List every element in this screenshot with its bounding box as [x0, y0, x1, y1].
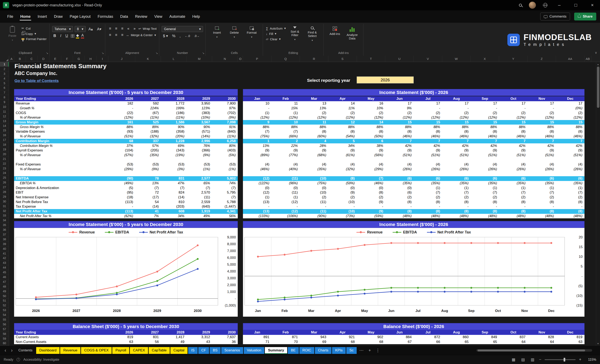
header-cell[interactable]: Sep: [470, 330, 499, 335]
cell[interactable]: 123%: [187, 106, 212, 110]
column-header-J[interactable]: J: [108, 56, 135, 62]
share-button[interactable]: Share: [574, 13, 596, 20]
row-label[interactable]: Tax Expense: [14, 205, 108, 209]
menu-tab-review[interactable]: Review: [131, 12, 151, 22]
cell[interactable]: (46%): [243, 167, 272, 171]
cell[interactable]: (122%): [243, 181, 272, 185]
cell[interactable]: (95): [108, 191, 135, 195]
align-right-icon[interactable]: ≡: [120, 32, 124, 38]
dialog-launcher-icon[interactable]: ↘: [202, 51, 204, 55]
analyze-data-button[interactable]: Analyze Data: [343, 25, 361, 40]
cell[interactable]: 13%: [300, 106, 328, 110]
fill-button[interactable]: ↓Fill▾: [266, 32, 286, 36]
cell[interactable]: 2,559: [187, 200, 212, 204]
cell[interactable]: (26%): [499, 167, 528, 171]
cell[interactable]: (2): [528, 111, 556, 115]
cell[interactable]: (9): [556, 148, 584, 153]
cell[interactable]: 11: [272, 101, 300, 106]
cell[interactable]: (26%): [528, 167, 556, 171]
dialog-launcher-icon[interactable]: ↘: [46, 51, 48, 55]
cell[interactable]: 88%: [414, 125, 442, 129]
header-cell[interactable]: Oct: [499, 330, 528, 335]
cell[interactable]: (104): [108, 148, 135, 153]
cell[interactable]: (8): [414, 129, 442, 134]
header-cell[interactable]: Mar: [300, 97, 328, 101]
cell[interactable]: 88%: [243, 125, 272, 129]
cell[interactable]: (8): [528, 200, 556, 204]
cell[interactable]: (51%): [528, 153, 556, 157]
row-header-48[interactable]: 48: [0, 284, 9, 289]
cell[interactable]: (32%): [328, 167, 357, 171]
cell[interactable]: 88%: [357, 125, 385, 129]
cell[interactable]: (7): [212, 195, 238, 199]
row-label[interactable]: Growth %: [14, 106, 108, 110]
row-label[interactable]: Fixed Expenses: [14, 162, 108, 166]
cell[interactable]: 42%: [385, 144, 414, 148]
cell[interactable]: (8): [357, 191, 385, 195]
cell[interactable]: (9): [414, 148, 442, 153]
cell[interactable]: (59%): [328, 181, 357, 185]
cell[interactable]: -: [357, 205, 385, 209]
menu-tab-view[interactable]: View: [151, 12, 166, 22]
cell[interactable]: 13%: [243, 144, 272, 148]
cell[interactable]: 17: [442, 101, 471, 106]
cell[interactable]: (6): [442, 176, 471, 181]
cell[interactable]: 824: [161, 191, 187, 195]
cell[interactable]: (12%): [499, 116, 528, 119]
cell[interactable]: (0): [300, 186, 328, 190]
borders-icon[interactable]: [71, 34, 74, 38]
cell[interactable]: (11%): [161, 116, 187, 119]
cell[interactable]: (7): [499, 191, 528, 195]
cell[interactable]: (46%): [499, 135, 528, 138]
maximize-button[interactable]: □: [571, 2, 581, 8]
cell[interactable]: (6): [499, 176, 528, 181]
cell[interactable]: 88%: [328, 125, 357, 129]
header-cell[interactable]: Oct: [499, 97, 528, 101]
cell[interactable]: 66: [414, 340, 442, 344]
cell[interactable]: (1,447): [212, 205, 238, 209]
header-cell[interactable]: Sep: [470, 97, 499, 101]
cell[interactable]: (49%): [108, 181, 135, 185]
cell[interactable]: (61%): [328, 153, 357, 157]
decrease-decimal-button[interactable]: .0→: [193, 34, 201, 38]
cell[interactable]: 837: [499, 335, 528, 339]
row-label[interactable]: Net Profit Before Tax: [14, 200, 108, 204]
header-cell[interactable]: Year Ending: [14, 97, 108, 101]
header-cell[interactable]: Feb: [272, 330, 300, 335]
cell[interactable]: (14): [161, 195, 187, 199]
cell[interactable]: 90%: [187, 125, 212, 129]
cell[interactable]: (66%): [272, 135, 300, 138]
cell[interactable]: 76%: [187, 144, 212, 148]
cell[interactable]: -: [385, 205, 414, 209]
cell[interactable]: (8): [556, 129, 584, 134]
cell[interactable]: (54%): [328, 135, 357, 138]
column-header-D[interactable]: D: [38, 56, 49, 62]
zoom-out-icon[interactable]: −: [539, 357, 542, 362]
column-header-V[interactable]: V: [414, 56, 442, 62]
cell[interactable]: (6): [385, 191, 414, 195]
cell[interactable]: 161: [108, 120, 135, 124]
tab-scroll-right-icon[interactable]: ›: [9, 348, 15, 353]
horizontal-scrollbar[interactable]: [476, 349, 592, 352]
cell[interactable]: (366): [187, 148, 212, 153]
cell[interactable]: (10): [300, 191, 328, 195]
cell[interactable]: (75%): [300, 181, 328, 185]
cell[interactable]: (343): [161, 148, 187, 153]
cell[interactable]: (53): [187, 162, 212, 166]
row-header-30[interactable]: 30: [0, 199, 9, 204]
cell[interactable]: (22): [108, 111, 135, 115]
wrap-text-button[interactable]: ↩Wrap Text: [139, 27, 157, 31]
row-header-18[interactable]: 18: [0, 142, 9, 147]
row-header-23[interactable]: 23: [0, 166, 9, 171]
cell[interactable]: 54: [135, 200, 161, 204]
sheet-tab-contents[interactable]: Contents: [15, 347, 36, 354]
cell[interactable]: -: [108, 106, 135, 110]
cell[interactable]: 15: [385, 120, 414, 124]
cell[interactable]: 17: [414, 101, 442, 106]
scroll-up-icon[interactable]: ▴: [596, 63, 600, 66]
cell[interactable]: (113): [108, 200, 135, 204]
header-cell[interactable]: Jul: [414, 330, 442, 335]
cell[interactable]: (9): [528, 148, 556, 153]
cell[interactable]: 15: [442, 120, 471, 124]
column-header-P[interactable]: P: [243, 56, 272, 62]
